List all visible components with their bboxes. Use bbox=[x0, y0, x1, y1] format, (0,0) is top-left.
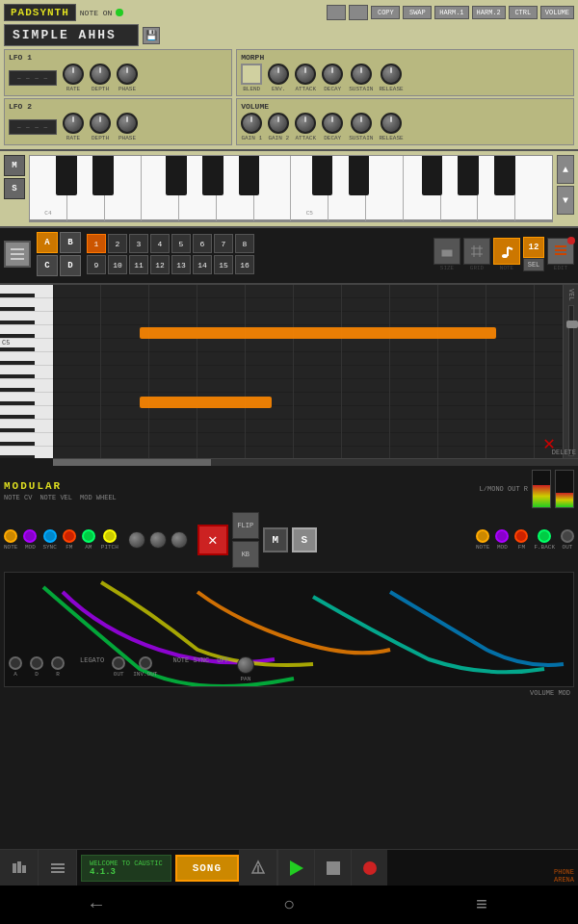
white-key-b5[interactable] bbox=[515, 156, 552, 221]
size-button[interactable] bbox=[434, 238, 460, 265]
piano-keyboard[interactable]: C4 C5 bbox=[29, 155, 553, 222]
lfo2-target[interactable]: — — — — bbox=[9, 119, 57, 135]
white-key-a[interactable] bbox=[217, 156, 254, 221]
record-button[interactable] bbox=[351, 850, 387, 886]
vol-sustain-knob[interactable] bbox=[351, 113, 372, 134]
mod-m-button[interactable]: M bbox=[263, 527, 288, 552]
jack-out-fback-ctrl[interactable] bbox=[538, 529, 551, 543]
white-key-g5[interactable] bbox=[441, 156, 479, 221]
jack-notecv[interactable] bbox=[4, 529, 17, 543]
track-16-button[interactable]: 16 bbox=[235, 255, 254, 274]
track-a-button[interactable]: A bbox=[37, 232, 58, 253]
track-b-button[interactable]: B bbox=[60, 232, 81, 253]
white-key-c4[interactable]: C4 bbox=[30, 156, 67, 221]
track-6-button[interactable]: 6 bbox=[193, 234, 212, 253]
stop-button[interactable] bbox=[314, 850, 351, 886]
bot-jack-2-ctrl[interactable] bbox=[30, 656, 43, 670]
bot-jack-1-ctrl[interactable] bbox=[9, 656, 22, 670]
menu-button[interactable]: ≡ bbox=[476, 894, 487, 916]
morph-sustain-knob[interactable] bbox=[351, 64, 372, 85]
jack-out-main-ctrl[interactable] bbox=[561, 529, 574, 543]
lfo2-phase-knob[interactable] bbox=[117, 113, 138, 134]
harm2-button[interactable]: HARM.2 bbox=[472, 6, 506, 19]
mode-button[interactable] bbox=[4, 241, 31, 268]
sel-button[interactable]: SEL bbox=[523, 258, 544, 271]
bot-jack-out-ctrl[interactable] bbox=[112, 656, 125, 670]
track-12-button[interactable]: 12 bbox=[150, 255, 170, 274]
track-c-button[interactable]: C bbox=[37, 255, 58, 276]
mod-knob-3-ctrl[interactable] bbox=[171, 531, 188, 549]
mod-5-button[interactable]: S bbox=[292, 527, 317, 552]
home-button[interactable]: ○ bbox=[283, 894, 295, 916]
kbd-s-button[interactable]: S bbox=[4, 178, 25, 199]
volume-button[interactable]: VOLUME bbox=[540, 6, 574, 19]
jack-pitch[interactable] bbox=[103, 529, 117, 543]
jack-fm[interactable] bbox=[63, 529, 76, 543]
track-11-button[interactable]: 11 bbox=[129, 255, 148, 274]
top-square-2[interactable] bbox=[349, 5, 368, 20]
del-button[interactable]: ✕ bbox=[197, 525, 228, 555]
mod-knob-2-ctrl[interactable] bbox=[149, 531, 167, 549]
bot-jack-invout-ctrl[interactable] bbox=[139, 656, 152, 670]
lfo2-depth-knob[interactable] bbox=[90, 113, 111, 134]
note-bar-1[interactable] bbox=[140, 327, 496, 339]
white-key-d[interactable] bbox=[67, 156, 105, 221]
track-8-button[interactable]: 8 bbox=[235, 234, 254, 253]
song-button[interactable]: SONG bbox=[175, 855, 239, 882]
jack-am[interactable] bbox=[82, 529, 95, 543]
instruments-button[interactable] bbox=[0, 850, 39, 886]
lfo1-rate-knob[interactable] bbox=[63, 64, 84, 85]
jack-out-fm-ctrl[interactable] bbox=[514, 529, 528, 543]
track-15-button[interactable]: 15 bbox=[214, 255, 233, 274]
white-key-g[interactable] bbox=[179, 156, 217, 221]
edit-button[interactable] bbox=[547, 238, 574, 265]
morph-env-knob[interactable] bbox=[268, 64, 289, 85]
swap-button[interactable]: SWAP bbox=[403, 6, 432, 19]
note-button[interactable] bbox=[493, 238, 520, 265]
morph-release-knob[interactable] bbox=[381, 64, 402, 85]
vol-attack-knob[interactable] bbox=[295, 113, 316, 134]
vol-gain1-knob[interactable] bbox=[241, 113, 262, 134]
morph-decay-knob[interactable] bbox=[322, 64, 343, 85]
roll-thumb[interactable] bbox=[53, 459, 211, 466]
track-3-button[interactable]: 3 bbox=[129, 234, 148, 253]
top-square-1[interactable] bbox=[327, 5, 346, 20]
morph-attack-knob[interactable] bbox=[295, 64, 316, 85]
harm1-button[interactable]: HARM.1 bbox=[434, 6, 468, 19]
metronome-button[interactable] bbox=[239, 850, 277, 886]
mod-pan-knob[interactable] bbox=[237, 656, 254, 674]
jack-out-note-ctrl[interactable] bbox=[476, 529, 489, 543]
sequencer-button[interactable] bbox=[39, 850, 77, 886]
lfo1-target[interactable]: — — — — bbox=[9, 70, 57, 86]
jack-sync[interactable] bbox=[43, 529, 57, 543]
save-button[interactable]: 💾 bbox=[143, 27, 160, 44]
jack-out-mod-ctrl[interactable] bbox=[495, 529, 509, 543]
note-bar-2[interactable] bbox=[140, 397, 273, 408]
track-4-button[interactable]: 4 bbox=[150, 234, 170, 253]
white-key-e5[interactable] bbox=[366, 156, 404, 221]
vol-gain2-knob[interactable] bbox=[268, 113, 289, 134]
white-key-a5[interactable] bbox=[478, 156, 515, 221]
track-7-button[interactable]: 7 bbox=[214, 234, 233, 253]
bot-jack-3-ctrl[interactable] bbox=[51, 656, 65, 670]
morph-blend-box[interactable] bbox=[241, 64, 262, 85]
scroll-down-button[interactable]: ▼ bbox=[557, 186, 574, 215]
vol-release-knob[interactable] bbox=[381, 113, 402, 134]
vel-thumb[interactable] bbox=[566, 321, 578, 328]
white-key-f5[interactable] bbox=[404, 156, 441, 221]
track-1-button[interactable]: 1 bbox=[87, 234, 106, 253]
white-key-f[interactable] bbox=[142, 156, 179, 221]
grid-button[interactable] bbox=[463, 238, 490, 265]
white-key-d5[interactable] bbox=[328, 156, 366, 221]
white-key-e[interactable] bbox=[105, 156, 143, 221]
track-9-button[interactable]: 9 bbox=[87, 255, 106, 274]
track-5-button[interactable]: 5 bbox=[171, 234, 191, 253]
track-14-button[interactable]: 14 bbox=[193, 255, 212, 274]
vel-track[interactable] bbox=[568, 305, 574, 456]
kb-button[interactable]: KB bbox=[232, 541, 259, 568]
ctrl-button[interactable]: CTRL bbox=[509, 6, 538, 19]
roll-scrollbar[interactable] bbox=[53, 458, 578, 466]
jack-mod[interactable] bbox=[23, 529, 37, 543]
play-button[interactable] bbox=[277, 850, 314, 886]
track-d-button[interactable]: D bbox=[60, 255, 81, 276]
